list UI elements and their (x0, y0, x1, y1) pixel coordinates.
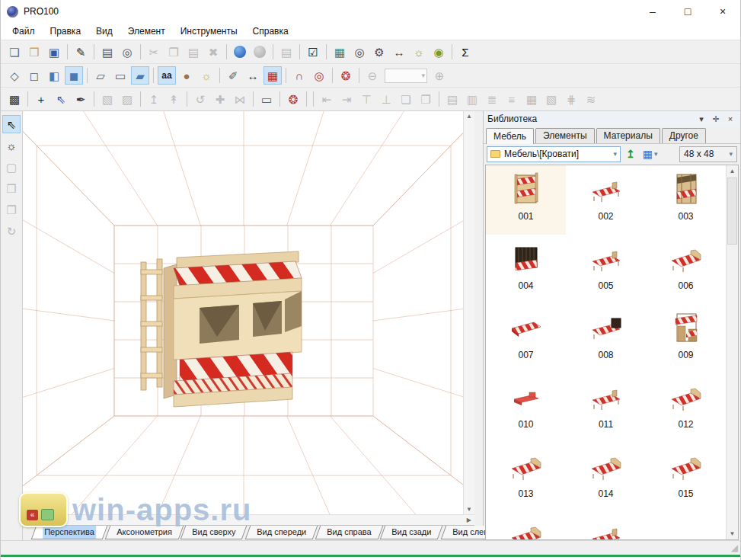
view-tab-3[interactable]: Вид спереди (244, 526, 318, 539)
print-button[interactable]: ▤ (98, 43, 117, 61)
library-item-009[interactable]: 009 (646, 304, 726, 373)
library-item-002[interactable]: 002 (566, 165, 646, 235)
library-item-partial[interactable] (566, 512, 646, 540)
pointer-tool-button[interactable]: ⇖ (2, 115, 21, 133)
mirror-element-icon: ⋈ (235, 94, 246, 105)
view-shaded-button[interactable]: ◼ (65, 66, 83, 85)
menu-element[interactable]: Элемент (120, 24, 173, 39)
menu-tools[interactable]: Инструменты (173, 24, 245, 39)
viewport-horizontal-scrollbar[interactable]: ◀ ▶ (23, 514, 474, 525)
menu-edit[interactable]: Правка (43, 24, 89, 39)
library-scrollbar[interactable]: ▲ ▼ (726, 165, 738, 539)
library-item-003[interactable]: 003 (646, 165, 726, 235)
price-window-button[interactable]: ◉ (430, 43, 448, 61)
dimensions-toggle-button[interactable]: ↔ (244, 66, 262, 85)
thumbnail-size-combo[interactable]: 48 x 48 ▾ (679, 146, 737, 162)
view-tab-0[interactable]: Перспектива (31, 526, 107, 539)
viewport-vertical-scrollbar[interactable]: ▲ ▼ (463, 111, 474, 514)
library-path-combo[interactable]: Мебель\[Кровати] ▾ (487, 146, 621, 162)
view-tab-2[interactable]: Вид сверху (180, 526, 248, 539)
proj-perspective-button[interactable]: ▰ (131, 66, 149, 85)
saw-tool-button[interactable]: ☼ (2, 136, 21, 155)
dimensions-window-button[interactable]: ↔ (390, 43, 408, 61)
minimize-button[interactable]: – (635, 0, 670, 23)
snap-center-button[interactable]: ◎ (310, 66, 328, 85)
proj-axonometric-button[interactable]: ▭ (111, 66, 129, 85)
sketch-mode-button[interactable]: ✐ (224, 66, 242, 85)
panel-menu-icon[interactable]: ▾ (695, 114, 707, 124)
up-level-button[interactable]: ↥ (624, 146, 637, 162)
maximize-button[interactable]: □ (670, 0, 705, 23)
zoom-out-icon: ⊖ (368, 70, 378, 82)
proj-orthographic-button[interactable]: ▱ (91, 66, 110, 85)
pattern-select-button[interactable]: ▩ (5, 90, 24, 108)
web-library-button[interactable] (231, 43, 249, 61)
library-item-010[interactable]: 010 (486, 373, 566, 443)
resize-grip[interactable]: ◢ (731, 542, 738, 553)
library-item-004[interactable]: 004 (486, 235, 566, 304)
scroll-up-icon[interactable]: ▲ (466, 113, 472, 120)
library-item-001[interactable]: 001 (486, 165, 566, 235)
scroll-left-icon[interactable]: ◀ (26, 517, 30, 523)
view-solid-button[interactable]: ◧ (45, 66, 63, 85)
3d-viewport-canvas[interactable]: ▲ ▼ (23, 111, 474, 514)
library-item-partial[interactable] (486, 512, 566, 540)
menu-file[interactable]: Файл (5, 24, 43, 39)
view-tab-4[interactable]: Вид справа (315, 526, 383, 539)
library-item-012[interactable]: 012 (646, 373, 726, 443)
scroll-down-icon[interactable]: ▼ (466, 506, 472, 513)
text-labels-button[interactable]: aa (158, 66, 176, 85)
library-item-013[interactable]: 013 (486, 443, 566, 512)
grid-toggle-button[interactable]: ▦ (264, 66, 282, 85)
light-toggle-button[interactable]: ☼ (197, 66, 216, 85)
select-cursor-button[interactable]: ⇖ (52, 90, 70, 108)
board-element-button[interactable]: ▭ (257, 90, 276, 108)
settings-window-button[interactable]: ⚙ (370, 43, 388, 61)
print-preview-button[interactable]: ◎ (118, 43, 136, 61)
save-file-button[interactable]: ▣ (45, 43, 63, 61)
library-item-011[interactable]: 011 (566, 373, 646, 443)
scroll-down-icon[interactable]: ▼ (727, 528, 738, 539)
snap-point-button[interactable]: ❂ (284, 90, 302, 108)
price-table-button[interactable]: ▦ (331, 43, 349, 61)
scroll-up-icon[interactable]: ▲ (727, 165, 738, 177)
library-tab-1[interactable]: Элементы (535, 128, 595, 143)
add-element-button[interactable]: + (32, 90, 50, 108)
move-up-level-icon: ↥ (149, 94, 159, 105)
new-file-button[interactable]: ❏ (5, 43, 24, 61)
panel-splitter[interactable] (474, 111, 483, 540)
view-wireframe-button[interactable]: ◇ (5, 66, 24, 85)
scrollbar-thumb[interactable] (727, 178, 737, 245)
material-sphere-button[interactable]: ● (177, 66, 196, 85)
light-window-button[interactable]: ☼ (410, 43, 428, 61)
menu-view[interactable]: Вид (88, 24, 120, 39)
library-item-014[interactable]: 014 (566, 443, 646, 512)
view-tab-5[interactable]: Вид сзади (380, 526, 443, 539)
zoom-window-button[interactable]: ◎ (350, 43, 369, 61)
library-tab-3[interactable]: Другое (662, 128, 706, 143)
space-equal-horizontal-button: ≣ (483, 90, 501, 108)
view-hidden-line-button[interactable]: ◻ (25, 66, 43, 85)
scroll-right-icon[interactable]: ▶ (467, 517, 471, 523)
magnet-snap-button[interactable]: ∩ (290, 66, 308, 85)
library-item-006[interactable]: 006 (646, 235, 726, 304)
library-item-008[interactable]: 008 (566, 304, 646, 373)
open-folder-button[interactable]: ❒ (25, 43, 43, 61)
view-tab-1[interactable]: Аксонометрия (104, 526, 183, 539)
menu-bar: Файл Правка Вид Элемент Инструменты Спра… (1, 23, 740, 40)
panel-close-icon[interactable]: × (724, 114, 736, 123)
pin-icon[interactable]: ✛ (710, 114, 722, 124)
library-item-007[interactable]: 007 (486, 304, 566, 373)
library-tab-2[interactable]: Материалы (596, 128, 660, 143)
checklist-button[interactable]: ☑ (304, 43, 322, 61)
library-item-015[interactable]: 015 (646, 443, 726, 512)
close-button[interactable]: × (705, 0, 740, 23)
draw-pen-button[interactable]: ✒ (72, 90, 90, 108)
library-item-005[interactable]: 005 (566, 235, 646, 304)
properties-edit-button[interactable]: ✎ (72, 43, 90, 61)
sum-report-button[interactable]: Σ (456, 43, 474, 61)
snap-origin-button[interactable]: ❂ (337, 66, 355, 85)
menu-help[interactable]: Справка (245, 24, 296, 39)
library-tab-0[interactable]: Мебель (486, 128, 534, 144)
view-mode-button[interactable]: ▦ ▾ (640, 146, 660, 162)
